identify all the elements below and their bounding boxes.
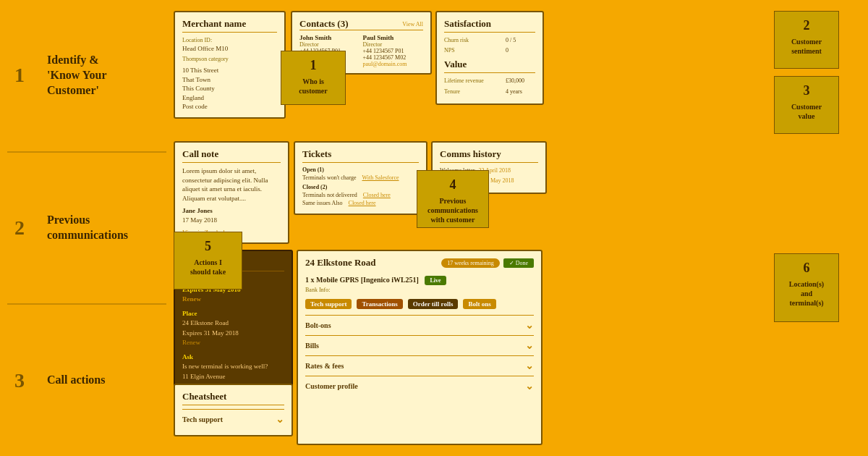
- step-1: 1 Identify &'Know Your Customer': [0, 0, 174, 151]
- done-badge[interactable]: ✓ Done: [503, 258, 534, 268]
- accordion-rates[interactable]: Rates & fees ⌄: [305, 355, 534, 376]
- locations-label: Location(s)andterminal(s): [789, 280, 824, 307]
- merchant-title: Merchant name: [182, 18, 277, 33]
- actions-body: 24 Elkstone RoadExpires 31 May 2018Renew…: [182, 275, 284, 401]
- bank-info: Bank Info:: [305, 287, 534, 293]
- call-note-body: Lorem ipsum dolor sit amet, consectetur …: [182, 166, 281, 237]
- location-id: Head Office M10: [182, 44, 277, 54]
- step-3: 3 Call actions: [0, 305, 174, 456]
- step-3-label: Call actions: [47, 373, 105, 388]
- accordion-bolt-ons[interactable]: Bolt-ons ⌄: [305, 315, 534, 335]
- value-title: Value: [444, 59, 535, 73]
- cheatsheet-title: Cheatsheet: [182, 391, 284, 405]
- thompson-label: Thompson category: [182, 55, 277, 63]
- satisfaction-title: Satisfaction: [444, 18, 535, 33]
- tech-support-tag[interactable]: Tech support: [305, 299, 352, 309]
- closed-ticket-1: Terminals not delivered Closed here: [302, 192, 419, 198]
- left-sidebar: 1 Identify &'Know Your Customer' 2 Previ…: [0, 0, 174, 456]
- who-label: Who iscustomer: [299, 77, 327, 95]
- order-tag[interactable]: Order till rolls: [408, 299, 459, 309]
- value-label: Customervalue: [791, 103, 822, 120]
- step-1-label: Identify &'Know Your Customer': [47, 53, 159, 98]
- live-status: Live: [425, 276, 446, 285]
- customer-value-sticky: 3 Customervalue: [774, 76, 839, 134]
- who-is-customer-sticky: 1 Who iscustomer: [281, 51, 346, 105]
- prev-comms-number: 4: [423, 177, 482, 193]
- chevron-customer: ⌄: [525, 380, 534, 392]
- contacts-view-all[interactable]: View All: [402, 21, 423, 28]
- closed-ticket-2: Same issues Also Closed here: [302, 200, 419, 206]
- address: 10 This StreetThat TownThis CountyEnglan…: [182, 66, 277, 111]
- contacts-header: Contacts (3) View All: [299, 18, 423, 30]
- sentiment-number: 2: [780, 17, 833, 34]
- tickets-card: Tickets Open (1) Terminals won't charge …: [294, 141, 427, 215]
- step-2: 2 Previouscommunications: [0, 153, 174, 304]
- locations-number: 6: [780, 260, 833, 276]
- cheatsheet-item: Tech support: [182, 415, 223, 423]
- call-note-card: Call note Lorem ipsum dolor sit amet, co…: [174, 141, 289, 244]
- merchant-card: Merchant name Location ID: Head Office M…: [174, 11, 286, 119]
- accordion-bills[interactable]: Bills ⌄: [305, 335, 534, 355]
- step-2-label: Previouscommunications: [47, 213, 128, 243]
- customer-sentiment-sticky: 2 Customersentiment: [774, 11, 839, 69]
- contact-paul: Paul Smith Director +44 1234567 P01 +44 …: [363, 34, 424, 67]
- value-body: Lifetime revenue £30,000 Tenure 4 years: [444, 77, 535, 95]
- main-area: Merchant name Location ID: Head Office M…: [174, 7, 861, 449]
- call-note-title: Call note: [182, 148, 281, 163]
- chevron-bolt-ons: ⌄: [525, 319, 534, 332]
- open-label: Open (1): [302, 166, 419, 173]
- call-note-author: Jane Jones: [182, 206, 281, 216]
- merchant-body: Location ID: Head Office M10 Thompson ca…: [182, 36, 277, 111]
- comms-title: Comms history: [440, 148, 538, 163]
- terminal-badges: 17 weeks remaining ✓ Done: [441, 258, 534, 268]
- sentiment-label: Customersentiment: [791, 38, 822, 55]
- step-3-number: 3: [14, 369, 36, 392]
- chevron-bills: ⌄: [525, 339, 534, 352]
- location-label: Location ID:: [182, 36, 277, 44]
- prev-comms-label: Previouscommunicationswith customer: [427, 197, 478, 224]
- actions-sticky: 5 Actions Ishould take: [174, 232, 242, 290]
- previous-comms-sticky: 4 Previouscommunicationswith customer: [417, 170, 489, 228]
- closed-label: Closed (2): [302, 184, 419, 190]
- step-2-number: 2: [14, 216, 36, 240]
- chevron-rates: ⌄: [525, 360, 534, 372]
- cheatsheet-tech-support[interactable]: Tech support ⌄: [182, 409, 284, 429]
- tickets-title: Tickets: [302, 148, 419, 163]
- contacts-title: Contacts (3): [299, 18, 349, 30]
- tag-buttons: Tech support Transactions Order till rol…: [305, 296, 534, 309]
- terminal-title: 24 Elkstone Road: [305, 257, 376, 269]
- open-ticket-1: Terminals won't charge With Salesforce: [302, 174, 419, 181]
- satisfaction-card: Satisfaction Churn risk 0 / 5 NPS 0 Valu…: [435, 11, 544, 105]
- transactions-tag[interactable]: Transactions: [357, 299, 402, 309]
- weeks-remaining: 17 weeks remaining: [441, 258, 499, 268]
- cheatsheet-card: Cheatsheet Tech support ⌄: [174, 384, 293, 436]
- actions-sticky-num: 5: [180, 238, 236, 255]
- value-section: Value Lifetime revenue £30,000 Tenure 4 …: [444, 59, 535, 95]
- accordion-customer-profile[interactable]: Customer profile ⌄: [305, 376, 534, 396]
- call-note-date: 17 May 2018: [182, 216, 281, 225]
- who-number: 1: [287, 57, 339, 74]
- chevron-cheatsheet: ⌄: [276, 413, 284, 426]
- tickets-section: Open (1) Terminals won't charge With Sal…: [302, 166, 419, 206]
- bolt-tag[interactable]: Bolt ons: [463, 299, 495, 309]
- locations-sticky: 6 Location(s)andterminal(s): [774, 253, 839, 322]
- satisfaction-body: Churn risk 0 / 5 NPS 0: [444, 36, 535, 54]
- actions-sticky-label: Actions Ishould take: [190, 258, 226, 276]
- value-number: 3: [780, 83, 833, 99]
- step-1-number: 1: [14, 64, 36, 87]
- product-name: 1 x Mobile GPRS [Ingenico iWL251] Live: [305, 276, 534, 285]
- terminal-card: 24 Elkstone Road 17 weeks remaining ✓ Do…: [297, 250, 542, 445]
